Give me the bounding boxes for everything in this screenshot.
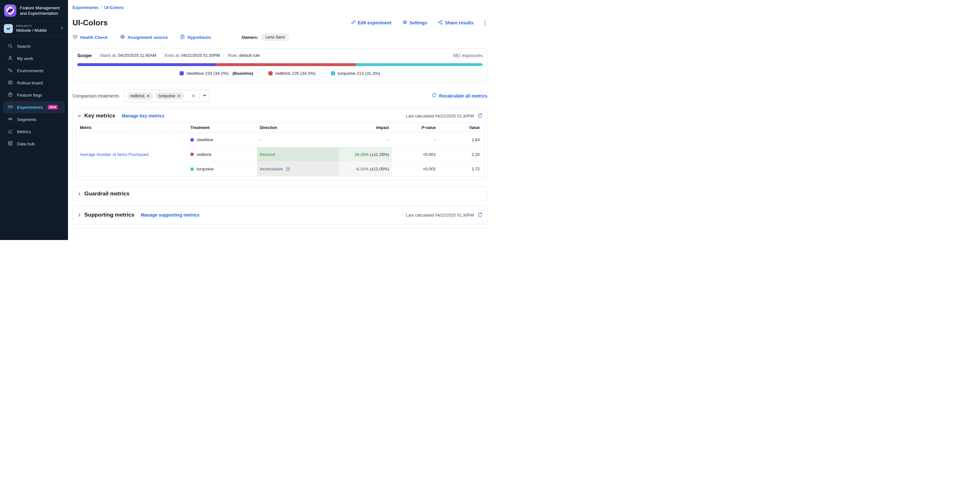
health-check-link[interactable]: Health Check <box>73 34 108 40</box>
collapse-chevron-down-icon[interactable] <box>77 114 81 118</box>
legend-item-turquoise: turquoise 213 (31.3%) <box>331 71 380 76</box>
comparison-row: Comparison treatments redbrick ✕ turquoi… <box>73 90 487 102</box>
pencil-icon <box>351 20 356 26</box>
column-header-p-value: P-value <box>392 123 441 132</box>
column-header-metric: Metric <box>76 123 188 132</box>
sidebar: Feature Management and Experimentation w… <box>0 0 68 240</box>
chevron-right-icon <box>60 26 64 32</box>
more-options-kebab-icon[interactable] <box>483 19 488 27</box>
sidebar-item-my-work[interactable]: My work <box>3 52 65 64</box>
refresh-icon[interactable] <box>477 113 483 118</box>
split-logo-icon <box>4 4 17 17</box>
guardrail-metrics-title: Guardrail metrics <box>84 191 130 197</box>
owners: Owners: Lena Sano <box>242 34 289 41</box>
scope-card: Scope Starts at: 04/20/2025 11:45AM Ends… <box>73 48 487 83</box>
main-content: Experiments / UI-Colors UI-Colors Edit e… <box>68 0 490 240</box>
owner-pill[interactable]: Lena Sano <box>261 34 289 41</box>
gear-icon <box>402 20 407 26</box>
chevron-down-icon[interactable] <box>202 93 207 99</box>
sidebar-item-data-hub[interactable]: Data hub <box>3 138 65 150</box>
turquoise-swatch <box>331 71 335 75</box>
impact-cell: 20.25% (±11.25%) <box>339 147 392 161</box>
sidebar-item-rollout-board[interactable]: Rollout board <box>3 77 65 89</box>
grid-squares-icon <box>8 141 13 147</box>
target-icon <box>120 34 125 40</box>
sidebar-item-feature-flags[interactable]: Feature flags <box>3 89 65 101</box>
scope-title: Scope <box>77 53 92 58</box>
column-header-value: Value <box>441 123 484 132</box>
breadcrumb-current-link[interactable]: UI-Colors <box>104 5 124 10</box>
distribution-legend: steelblue 233 (34.2%) (Baseline) redbric… <box>77 71 483 76</box>
project-label: PROJECT <box>16 24 56 27</box>
sidebar-item-environments[interactable]: Environments <box>3 64 65 77</box>
owners-label: Owners: <box>242 35 258 40</box>
distribution-segment-redbrick <box>216 63 356 66</box>
impact-cell: - <box>339 132 392 147</box>
new-badge: NEW <box>48 105 58 109</box>
column-header-treatment: Treatment <box>188 123 257 132</box>
scope-starts: Starts at: 04/20/2025 11:45AM <box>100 53 156 58</box>
refresh-icon <box>432 93 436 99</box>
supporting-metrics-section: Supporting metrics Manage supporting met… <box>73 206 487 224</box>
header-actions: Edit experiment Settings Share results <box>351 19 487 27</box>
line-chart-icon <box>8 129 13 135</box>
scope-ends: Ends at: 04/22/2025 01:30PM <box>164 53 220 58</box>
chip-turquoise[interactable]: turquoise ✕ <box>156 92 184 99</box>
p-value-cell: <0.001 <box>392 147 441 161</box>
breadcrumb-separator: / <box>101 5 102 10</box>
impact-cell: -6.10% (±12.05%) <box>339 161 392 176</box>
clear-selection-icon[interactable]: ✕ <box>190 93 197 99</box>
p-value-cell: - <box>392 132 441 147</box>
breadcrumb-experiments-link[interactable]: Experiments <box>73 5 99 10</box>
direction-cell: Inconclusive <box>257 161 339 176</box>
turquoise-swatch <box>191 167 194 171</box>
app-title: Feature Management and Experimentation <box>20 5 60 16</box>
redbrick-swatch <box>269 71 272 75</box>
metric-name-link[interactable]: Average Number of Items Purchased <box>80 152 148 157</box>
page-title: UI-Colors <box>73 18 108 27</box>
supporting-metrics-last-calculated: Last calculated 04/22/2025 01:30PM <box>406 212 483 217</box>
document-icon <box>180 34 185 40</box>
sidebar-item-search[interactable]: Search <box>3 40 65 52</box>
treatment-cell-redbrick: redbrick <box>188 147 257 161</box>
sidebar-item-metrics[interactable]: Metrics <box>3 126 65 138</box>
help-question-icon[interactable] <box>286 167 290 171</box>
remove-chip-icon[interactable]: ✕ <box>146 94 150 98</box>
people-group-icon <box>8 116 13 123</box>
recalculate-all-metrics-button[interactable]: Recalculate all metrics <box>432 93 487 99</box>
sidebar-item-segments[interactable]: Segments <box>3 113 65 126</box>
scope-rule: Rule: default rule <box>228 53 259 58</box>
refresh-icon[interactable] <box>477 212 483 217</box>
key-metrics-section: Key metrics Manage key metrics Last calc… <box>73 108 487 180</box>
manage-key-metrics-link[interactable]: Manage key metrics <box>121 113 164 118</box>
settings-button[interactable]: Settings <box>402 20 427 26</box>
share-icon <box>438 20 443 26</box>
project-name: Website / Mobile <box>16 28 56 33</box>
guardrail-metrics-section: Guardrail metrics <box>73 187 487 201</box>
treatments-multiselect[interactable]: redbrick ✕ turquoise ✕ ✕ <box>124 90 210 102</box>
project-switcher[interactable]: w/ PROJECT Website / Mobile <box>0 21 68 36</box>
remove-chip-icon[interactable]: ✕ <box>177 94 180 98</box>
hexagons-icon <box>8 68 13 74</box>
board-columns-icon <box>8 80 13 86</box>
quick-links-row: Health Check Assignment source Hypothesi… <box>73 34 487 41</box>
sidebar-item-experiments[interactable]: Experiments NEW <box>3 101 65 113</box>
hypothesis-link[interactable]: Hypothesis <box>180 34 211 40</box>
chip-redbrick[interactable]: redbrick ✕ <box>127 92 153 99</box>
edit-experiment-button[interactable]: Edit experiment <box>351 20 391 26</box>
share-results-button[interactable]: Share results <box>438 20 474 26</box>
exposures-count: 681 exposures <box>453 53 483 58</box>
expand-chevron-right-icon[interactable] <box>77 213 81 217</box>
key-metrics-table: Metric Treatment Direction Impact P-valu… <box>75 123 485 177</box>
p-value-cell: <0.001 <box>392 161 441 176</box>
value-cell: 2.20 <box>441 147 484 161</box>
manage-supporting-metrics-link[interactable]: Manage supporting metrics <box>141 212 199 217</box>
expand-chevron-right-icon[interactable] <box>77 192 81 196</box>
assignment-source-link[interactable]: Assignment source <box>120 34 168 40</box>
value-cell: 1.72 <box>441 161 484 176</box>
ruler-icon <box>8 104 13 110</box>
redbrick-swatch <box>191 153 194 156</box>
supporting-metrics-title: Supporting metrics <box>84 212 134 218</box>
direction-cell: Desired <box>257 147 339 161</box>
treatment-cell-turquoise: turquoise <box>188 161 257 176</box>
